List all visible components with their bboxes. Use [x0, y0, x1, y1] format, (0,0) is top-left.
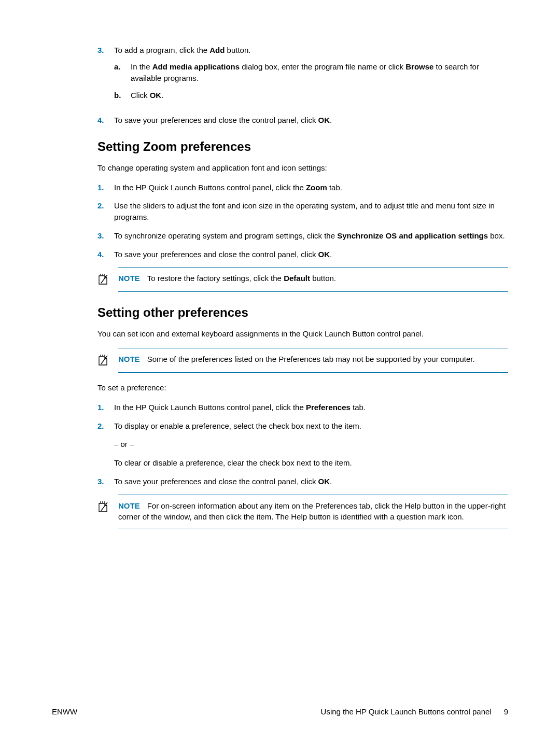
body-text: Click [131, 91, 150, 100]
note-label: NOTE [118, 501, 140, 510]
body-text: tab. [351, 403, 366, 412]
body-text: Some of the preferences listed on the Pr… [147, 355, 475, 363]
body-text: To synchronize operating system and prog… [114, 231, 337, 240]
body-text: To display or enable a preference, selec… [114, 420, 508, 432]
list-item: 4. To save your preferences and close th… [97, 115, 508, 126]
note-icon [97, 500, 118, 523]
heading-setting-other-preferences: Setting other preferences [97, 305, 508, 320]
body-text: . [161, 91, 163, 100]
body-text: To save your preferences and close the c… [114, 250, 318, 259]
body-text: dialog box, enter the program file name … [240, 62, 405, 71]
list-marker: 1. [97, 402, 114, 413]
body-text: In the [131, 62, 152, 71]
list-item: 2. Use the sliders to adjust the font an… [97, 200, 508, 223]
list-item: b. Click OK. [114, 90, 508, 101]
list-item: 2. To display or enable a preference, se… [97, 420, 508, 432]
ui-label-zoom: Zoom [306, 183, 327, 192]
list-marker: b. [114, 90, 131, 101]
list-marker: 3. [97, 45, 114, 107]
ui-label-synchronize-os: Synchronize OS and application settings [337, 231, 488, 240]
list-marker: 3. [97, 230, 114, 242]
note-callout: NOTESome of the preferences listed on th… [118, 348, 508, 373]
ui-label-ok: OK [318, 116, 330, 124]
list-marker: 2. [97, 420, 114, 432]
list-marker: a. [114, 61, 131, 84]
ui-label-ok: OK [318, 477, 330, 486]
or-separator: – or – [114, 439, 508, 450]
sub-list: a. In the Add media applications dialog … [114, 61, 508, 101]
list-marker: 4. [97, 115, 114, 126]
body-text: To save your preferences and close the c… [114, 116, 318, 124]
list-marker: 1. [97, 182, 114, 193]
note-label: NOTE [118, 355, 140, 363]
note-icon [97, 354, 118, 367]
body-text: To restore the factory settings, click t… [147, 274, 284, 283]
body-text: . [330, 477, 332, 486]
ordered-list-2: 1. In the HP Quick Launch Buttons contro… [97, 182, 508, 260]
body-text: button. [225, 46, 250, 54]
list-marker: 4. [97, 249, 114, 260]
list-item: 3. To synchronize operating system and p… [97, 230, 508, 242]
body-text: To change operating system and applicati… [97, 162, 508, 174]
ordered-list-1: 3. To add a program, click the Add butto… [97, 45, 508, 126]
ui-label-browse: Browse [405, 62, 433, 71]
list-item: a. In the Add media applications dialog … [114, 61, 508, 84]
body-text: You can set icon and external keyboard a… [97, 328, 508, 340]
body-text: button. [310, 274, 336, 283]
note-label: NOTE [118, 274, 140, 283]
list-item: 4. To save your preferences and close th… [97, 249, 508, 260]
ui-label-ok: OK [318, 250, 330, 259]
body-text: box. [488, 231, 505, 240]
ordered-list-3b: 3. To save your preferences and close th… [97, 476, 508, 487]
ordered-list-3: 1. In the HP Quick Launch Buttons contro… [97, 402, 508, 432]
footer-section-title: Using the HP Quick Launch Buttons contro… [321, 707, 492, 716]
list-item: 1. In the HP Quick Launch Buttons contro… [97, 402, 508, 413]
body-text: . [330, 250, 332, 259]
heading-setting-zoom-preferences: Setting Zoom preferences [97, 139, 508, 154]
body-text: For on-screen information about any item… [118, 501, 506, 522]
body-text: To add a program, click the [114, 46, 209, 54]
page-footer: ENWW Using the HP Quick Launch Buttons c… [52, 707, 508, 716]
list-marker: 2. [97, 200, 114, 223]
body-text: In the HP Quick Launch Buttons control p… [114, 183, 306, 192]
ui-label-add-media-applications: Add media applications [152, 62, 240, 71]
body-text: In the HP Quick Launch Buttons control p… [114, 403, 306, 412]
note-icon [97, 273, 118, 286]
ui-label-default: Default [284, 274, 310, 283]
body-text: tab. [327, 183, 342, 192]
body-text: To set a preference: [97, 382, 508, 393]
document-page: 3. To add a program, click the Add butto… [0, 0, 560, 745]
list-item: 3. To add a program, click the Add butto… [97, 45, 508, 107]
note-callout: NOTEFor on-screen information about any … [118, 495, 508, 529]
note-callout: NOTETo restore the factory settings, cli… [118, 267, 508, 292]
page-number: 9 [504, 707, 508, 716]
list-item: 1. In the HP Quick Launch Buttons contro… [97, 182, 508, 193]
footer-left: ENWW [52, 707, 77, 716]
body-text: Use the sliders to adjust the font and i… [114, 200, 508, 223]
list-item: 3. To save your preferences and close th… [97, 476, 508, 487]
body-text: . [330, 116, 332, 124]
ui-label-preferences: Preferences [306, 403, 351, 412]
body-text: To clear or disable a preference, clear … [114, 457, 508, 469]
body-text: To save your preferences and close the c… [114, 477, 318, 486]
ui-label-ok: OK [150, 91, 162, 100]
ui-label-add: Add [209, 46, 225, 54]
list-marker: 3. [97, 476, 114, 487]
